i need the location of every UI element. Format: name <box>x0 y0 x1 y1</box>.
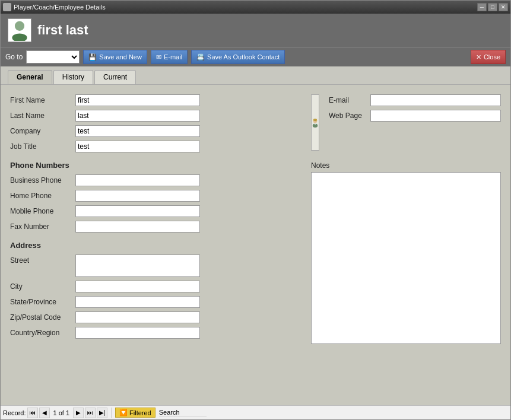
street-row: Street <box>10 254 299 277</box>
address-section-title: Address <box>10 241 299 250</box>
window-title: Player/Coach/Employee Details <box>14 4 106 11</box>
outlook-icon: 📇 <box>196 53 205 61</box>
business-phone-row: Business Phone <box>10 174 299 186</box>
record-navigation: Record: ⏮ ◀ 1 of 1 ▶ ⏭ ▶| <box>3 408 112 418</box>
email-field-label: E-mail <box>329 96 370 104</box>
filtered-label: Filtered <box>129 409 151 416</box>
webpage-label: Web Page <box>329 112 370 120</box>
fax-number-row: Fax Number <box>10 221 299 233</box>
search-input[interactable] <box>159 409 207 416</box>
state-label: State/Province <box>10 298 75 306</box>
main-window: Player/Coach/Employee Details ─ □ ✕ firs… <box>0 0 511 420</box>
person-icon <box>8 18 31 42</box>
save-outlook-button[interactable]: 📇 Save As Outlook Contact <box>191 50 285 64</box>
right-fields: E-mail Web Page <box>329 94 501 149</box>
header: first last <box>1 14 510 47</box>
home-phone-input[interactable] <box>75 190 200 202</box>
business-phone-label: Business Phone <box>10 176 75 184</box>
first-record-button[interactable]: ⏮ <box>27 408 38 418</box>
svg-point-6 <box>313 121 314 122</box>
company-input[interactable] <box>75 125 200 137</box>
city-row: City <box>10 281 299 292</box>
filter-icon: 🔽 <box>119 409 128 416</box>
goto-label: Go to <box>5 53 23 61</box>
home-phone-row: Home Phone <box>10 190 299 202</box>
country-label: Country/Region <box>10 329 75 337</box>
company-row: Company <box>10 125 299 137</box>
state-input[interactable] <box>75 296 200 308</box>
last-record-button[interactable]: ⏭ <box>85 408 96 418</box>
svg-point-10 <box>315 122 316 122</box>
zip-label: Zip/Postal Code <box>10 313 75 322</box>
state-row: State/Province <box>10 296 299 308</box>
first-name-label: First Name <box>10 96 75 104</box>
city-input[interactable] <box>75 281 200 292</box>
business-phone-input[interactable] <box>75 174 200 186</box>
country-input[interactable] <box>75 327 200 339</box>
close-button[interactable]: ✕ Close <box>471 50 506 64</box>
webpage-input[interactable] <box>370 110 501 122</box>
svg-point-8 <box>315 121 315 122</box>
last-name-row: Last Name <box>10 110 299 122</box>
email-row: E-mail <box>329 94 501 106</box>
fax-number-input[interactable] <box>75 221 200 233</box>
mobile-phone-input[interactable] <box>75 205 200 217</box>
save-new-label: Save and New <box>99 53 142 61</box>
window-controls: ─ □ ✕ <box>477 3 508 11</box>
form-left: First Name Last Name Company Job Title P… <box>10 94 299 346</box>
tab-current[interactable]: Current <box>94 70 136 84</box>
minimize-button[interactable]: ─ <box>477 3 487 11</box>
toolbar: Go to 💾 Save and New ✉ E-mail 📇 Save As … <box>1 47 510 66</box>
maximize-button[interactable]: □ <box>488 3 497 11</box>
tab-history[interactable]: History <box>53 70 93 84</box>
close-icon: ✕ <box>476 53 481 61</box>
title-bar: Player/Coach/Employee Details ─ □ ✕ <box>1 1 510 14</box>
photo-box <box>311 94 319 151</box>
form-right: E-mail Web Page Notes <box>311 94 501 346</box>
tab-general[interactable]: General <box>8 70 52 84</box>
close-label: Close <box>484 53 500 61</box>
svg-point-9 <box>316 121 316 122</box>
save-outlook-label: Save As Outlook Contact <box>207 53 280 61</box>
notes-textarea[interactable] <box>311 172 501 344</box>
street-label: Street <box>10 254 75 265</box>
next-record-button[interactable]: ▶ <box>73 408 84 418</box>
job-title-label: Job Title <box>10 142 75 151</box>
filtered-button[interactable]: 🔽 Filtered <box>115 408 155 418</box>
company-label: Company <box>10 127 75 135</box>
app-icon <box>3 3 11 11</box>
mobile-phone-label: Mobile Phone <box>10 207 75 215</box>
page-title: first last <box>37 23 88 38</box>
job-title-input[interactable] <box>75 141 200 152</box>
save-new-icon: 💾 <box>88 53 97 61</box>
email-icon: ✉ <box>156 53 161 61</box>
job-title-row: Job Title <box>10 141 299 152</box>
phone-section-title: Phone Numbers <box>10 161 299 170</box>
save-new-button[interactable]: 💾 Save and New <box>83 50 147 64</box>
last-name-input[interactable] <box>75 110 200 122</box>
form-area: First Name Last Name Company Job Title P… <box>1 85 510 405</box>
mobile-phone-row: Mobile Phone <box>10 205 299 217</box>
first-name-input[interactable] <box>75 94 200 106</box>
notes-label: Notes <box>311 161 501 170</box>
svg-point-5 <box>313 119 317 121</box>
webpage-row: Web Page <box>329 110 501 122</box>
svg-point-1 <box>12 33 27 41</box>
close-window-button[interactable]: ✕ <box>499 3 508 11</box>
prev-record-button[interactable]: ◀ <box>39 408 50 418</box>
city-label: City <box>10 282 75 291</box>
record-info: 1 of 1 <box>51 409 72 416</box>
street-input[interactable] <box>75 254 200 277</box>
fax-number-label: Fax Number <box>10 222 75 231</box>
new-record-button[interactable]: ▶| <box>97 408 107 418</box>
status-bar: Record: ⏮ ◀ 1 of 1 ▶ ⏭ ▶| 🔽 Filtered <box>1 405 510 419</box>
email-button[interactable]: ✉ E-mail <box>151 50 188 64</box>
tabs-bar: General History Current <box>1 66 510 85</box>
goto-select[interactable] <box>26 50 80 63</box>
zip-input[interactable] <box>75 311 200 323</box>
email-label: E-mail <box>164 53 182 61</box>
home-phone-label: Home Phone <box>10 192 75 200</box>
email-input[interactable] <box>370 94 501 106</box>
country-row: Country/Region <box>10 327 299 339</box>
zip-row: Zip/Postal Code <box>10 311 299 323</box>
